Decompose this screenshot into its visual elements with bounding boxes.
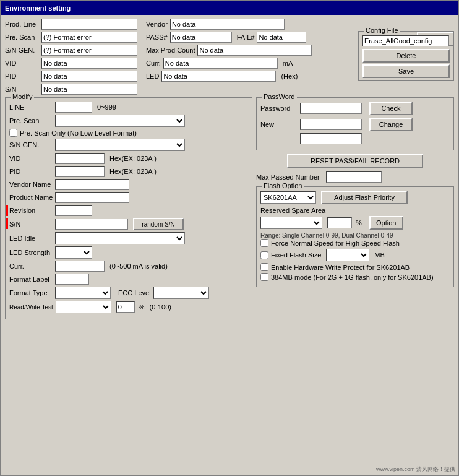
force-normal-checkbox[interactable] [260,239,268,247]
curr-modify-row: Curr. (0~500 mA is valid) [9,261,248,272]
read-write-select[interactable] [56,301,111,313]
config-file-input[interactable] [362,35,449,46]
password-group-label: PassWord [262,93,297,100]
password-input[interactable] [300,103,362,114]
fail-label: FAIL# [237,33,255,41]
revision-row: Revision [9,205,248,216]
led-top-label: LED [146,72,159,80]
vid-top-input[interactable] [41,58,137,69]
sn-top-label: S/N [5,85,39,93]
line-hint: 0~999 [97,103,116,111]
pass-num-label: PASS# [146,33,168,41]
curr-modify-input[interactable] [55,261,105,272]
vid-modify-input[interactable] [55,153,105,164]
pid-top-input[interactable] [41,71,137,82]
random-sn-button[interactable]: random S/N [133,218,184,230]
sn-gen-modify-row: S/N GEN. [9,139,248,151]
revision-red-bar [6,205,8,216]
led-strength-select[interactable] [55,246,92,259]
change-button[interactable]: Change [369,118,413,131]
vendor-input[interactable] [170,19,285,30]
hex-label: (Hex) [281,72,298,80]
new-password-input[interactable] [300,119,362,130]
chip-select-row: SK6201AA Adjust Flash Priority [260,191,450,204]
pass-num-input[interactable] [170,32,232,43]
chip-select[interactable]: SK6201AA [260,191,316,204]
sn-modify-row: S/N random S/N [9,218,248,230]
curr-hint: (0~500 mA is valid) [109,262,168,270]
reserved-select[interactable] [260,217,322,229]
pid-modify-row: PID Hex(EX: 023A ) [9,166,248,177]
enable-hw-row: Enable Hardware Write Protect for SK6201… [260,263,450,271]
read-write-percent-input[interactable] [116,301,135,313]
option-button[interactable]: Option [369,216,403,230]
pre-scan-top-label: Pre. Scan [5,33,39,41]
product-name-label: Product Name [9,194,53,201]
ecc-level-select[interactable] [153,287,209,299]
line-label: LINE [9,103,53,111]
sn-modify-input[interactable] [55,219,128,230]
mode-384-label: 384MB mode (For 2G + 1G flash, only for … [271,274,434,281]
sn-top-row: S/N [5,84,454,95]
force-normal-row: Force Normal Speed for High Speed Flash [260,239,450,247]
window-title: Environment setting [5,4,71,12]
read-write-test-row: Read/Write Test % (0-100) [9,301,248,313]
line-input[interactable] [55,102,92,113]
led-strength-row: LED Strength [9,246,248,259]
max-passed-label: Max Passed Number [256,173,320,181]
range-label: (0-100) [150,303,171,311]
max-prod-label: Max Prod.Count [146,46,195,54]
password-row: Password Check [260,102,450,115]
sn-top-input[interactable] [41,84,137,95]
percent-reserved: % [356,219,362,227]
format-label-input[interactable] [55,274,89,285]
format-type-label: Format Type [9,289,53,296]
ecc-level-label: ECC Level [118,289,151,296]
adjust-flash-button[interactable]: Adjust Flash Priority [321,191,408,204]
mode-384-checkbox[interactable] [260,273,268,281]
sn-gen-top-input[interactable] [41,45,137,56]
pid-top-label: PID [5,72,39,80]
fixed-flash-select[interactable] [326,249,369,261]
reset-pass-fail-button[interactable]: RESET PASS/FAIL RECORD [287,154,423,168]
check-button[interactable]: Check [369,102,413,115]
led-idle-select[interactable] [55,232,185,244]
confirm-password-input[interactable] [300,133,362,144]
pre-scan-select[interactable] [55,115,185,127]
modify-label: Modify [11,93,34,100]
mb-label: MB [374,251,385,259]
vid-modify-label: VID [9,155,53,162]
pre-scan-top-input[interactable] [41,32,137,43]
vendor-label: Vendor [146,20,168,28]
range-text: Range: Single Channel 0-99, Dual Channel… [260,232,393,239]
title-bar: Environment setting [1,1,458,15]
enable-hw-checkbox[interactable] [260,263,268,271]
reserved-controls-row: % Option [260,216,450,230]
pid-modify-input[interactable] [55,166,105,177]
max-passed-input[interactable] [326,171,382,183]
max-prod-input[interactable] [197,45,312,56]
pre-scan-only-checkbox[interactable] [9,129,17,137]
vendor-name-input[interactable] [55,179,129,190]
format-label-row: Format Label [9,274,248,285]
delete-button[interactable]: Delete [362,49,450,63]
save-button[interactable]: Save [362,64,450,78]
prod-line-input[interactable] [41,19,137,30]
revision-label: Revision [9,207,53,214]
new-password-row: New Change [260,118,450,131]
revision-input[interactable] [55,205,92,216]
range-text-container: Range: Single Channel 0-99, Dual Channel… [260,232,450,239]
flash-option-group: Flash Option SK6201AA Adjust Flash Prior… [256,186,454,287]
fixed-flash-checkbox[interactable] [260,251,268,259]
led-top-input[interactable] [161,71,276,82]
format-type-select[interactable] [55,287,111,299]
password-label: Password [260,105,298,112]
sn-gen-select[interactable] [55,139,185,151]
reserved-input[interactable] [327,217,352,228]
fail-input[interactable] [257,32,306,43]
right-panel: PassWord Password Check New Change [256,97,454,319]
curr-top-input[interactable] [163,58,278,69]
pre-scan-only-row: Pre. Scan Only (No Low Level Format) [9,129,248,137]
product-name-input[interactable] [55,192,129,203]
led-idle-label: LED Idle [9,235,53,242]
